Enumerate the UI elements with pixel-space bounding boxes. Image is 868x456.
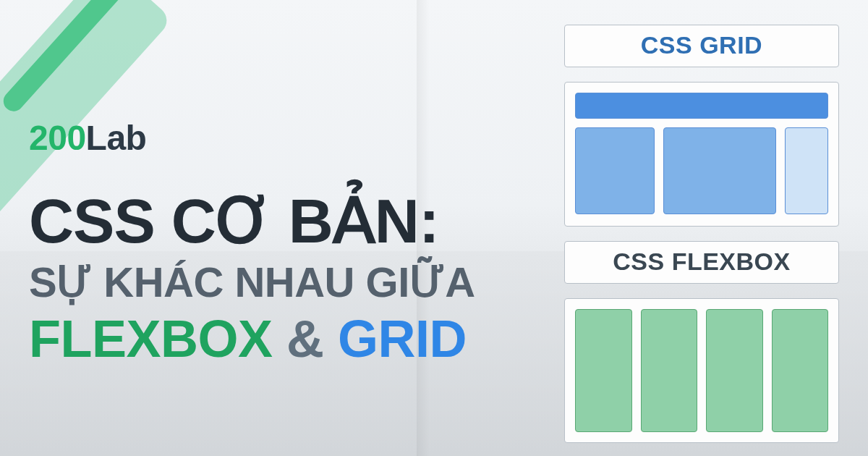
brand-part2: Lab bbox=[86, 119, 147, 157]
title-ampersand: & bbox=[286, 310, 324, 368]
grid-cell-aside bbox=[785, 127, 828, 214]
css-flexbox-illustration bbox=[564, 298, 839, 443]
title-line-2: SỰ KHÁC NHAU GIỮA bbox=[29, 261, 542, 305]
title-grid: GRID bbox=[338, 310, 467, 368]
stage: 200Lab CSS CƠ BẢN: SỰ KHÁC NHAU GIỮA FLE… bbox=[0, 0, 868, 456]
grid-cell-sidebar bbox=[575, 127, 655, 214]
grid-cell-main bbox=[663, 127, 776, 214]
flex-col bbox=[575, 309, 632, 432]
brand-logo: 200Lab bbox=[29, 118, 542, 158]
flex-col bbox=[772, 309, 829, 432]
title-line-3: FLEXBOX & GRID bbox=[29, 312, 542, 367]
css-grid-illustration bbox=[564, 82, 839, 227]
right-column: CSS GRID CSS FLEXBOX bbox=[564, 22, 839, 434]
title-flexbox: FLEXBOX bbox=[29, 310, 273, 368]
flex-col bbox=[641, 309, 698, 432]
title-line-1: CSS CƠ BẢN: bbox=[29, 190, 542, 252]
brand-part1: 200 bbox=[29, 119, 86, 157]
css-flexbox-label: CSS FLEXBOX bbox=[564, 241, 839, 284]
css-grid-label: CSS GRID bbox=[564, 25, 839, 67]
flex-col bbox=[706, 309, 763, 432]
left-column: 200Lab CSS CƠ BẢN: SỰ KHÁC NHAU GIỮA FLE… bbox=[29, 22, 542, 434]
grid-cell-header bbox=[575, 93, 828, 119]
